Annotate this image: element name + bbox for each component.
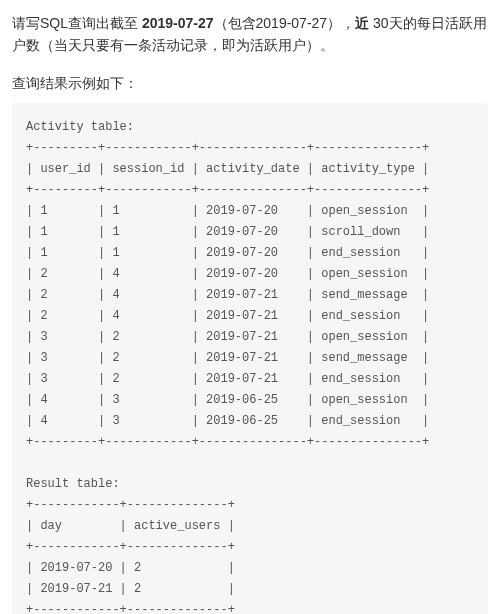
- problem-description: 请写SQL查询出截至 2019-07-27（包含2019-07-27），近 30…: [12, 12, 488, 57]
- desc-near-bold: 近: [355, 15, 369, 31]
- example-code-block: Activity table: +---------+------------+…: [12, 103, 488, 614]
- desc-after-date: （包含2019-07-27），: [214, 15, 356, 31]
- example-label: 查询结果示例如下：: [12, 75, 488, 93]
- desc-date-bold: 2019-07-27: [142, 15, 214, 31]
- desc-prefix: 请写SQL查询出截至: [12, 15, 142, 31]
